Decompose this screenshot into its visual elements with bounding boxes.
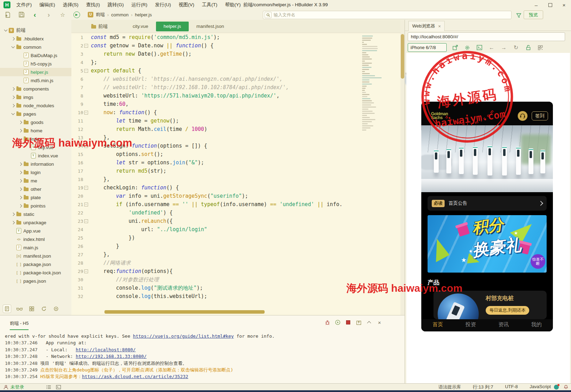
line-number[interactable]: 2 <box>71 43 83 48</box>
tree-item[interactable]: VApp.vue <box>0 227 71 235</box>
tree-item[interactable]: unpackage <box>0 218 71 227</box>
menu-item[interactable]: 选择(S) <box>60 1 81 9</box>
chevron-right-icon[interactable] <box>17 171 23 174</box>
code-line[interactable]: 6 // websiteUrl: 'https://ai.hansengzn.c… <box>71 75 361 83</box>
chevron-down-icon[interactable] <box>3 30 8 31</box>
status-item[interactable]: 语法提示库 <box>438 384 461 390</box>
console-link[interactable]: https://vuejs.org/guide/list.html#key <box>133 334 234 339</box>
chevron-right-icon[interactable] <box>17 121 23 124</box>
line-number[interactable]: 6 <box>71 77 83 82</box>
promo-banner[interactable]: ★ ★ ★ ★ 积分 换豪礼 惊喜不断 <box>428 215 547 273</box>
code-line[interactable]: 20 var info = uni.getStorageSync("userin… <box>71 192 361 200</box>
code-line[interactable]: 29– req:function(options){ <box>71 267 361 275</box>
line-number[interactable]: 18 <box>71 177 83 182</box>
code-line[interactable]: 15 options.sort(); <box>71 150 361 158</box>
tree-item[interactable]: .hbuilderx <box>0 34 71 43</box>
fold-marker-icon[interactable]: – <box>84 69 88 73</box>
chevron-right-icon[interactable] <box>10 104 16 107</box>
collapse-panel-icon[interactable] <box>366 319 373 326</box>
code-line[interactable]: 9 time:60, <box>71 100 361 108</box>
forward-icon[interactable]: › <box>45 11 53 18</box>
notice-bar[interactable]: 必读 首页公告 <box>428 196 547 211</box>
chevron-right-icon[interactable] <box>17 205 23 207</box>
code-line[interactable]: 1const md5 = require('common/md5.min.js'… <box>71 33 361 41</box>
code-line[interactable]: 22 'undefined') { <box>71 209 361 217</box>
code-area[interactable]: 1const md5 = require('common/md5.min.js'… <box>71 33 361 310</box>
line-number[interactable]: 12 <box>71 127 83 132</box>
line-number[interactable]: 29 <box>71 269 83 274</box>
fold-column[interactable]: – <box>83 44 89 48</box>
tree-item[interactable]: imgs <box>0 93 71 101</box>
line-number[interactable]: 7 <box>71 85 83 90</box>
bell-icon[interactable] <box>564 384 568 390</box>
browser-tab[interactable]: Web浏览器 × <box>408 21 445 31</box>
fold-column[interactable]: – <box>83 269 89 273</box>
code-line[interactable]: 12 return Math.ceil(time / 1000) <box>71 125 361 133</box>
console-link[interactable]: http://192.168.31.33:8080/ <box>76 354 147 359</box>
run-icon[interactable]: ▶ <box>72 11 81 18</box>
line-number[interactable]: 21 <box>71 202 83 207</box>
tree-item[interactable]: JBaiDuMap.js <box>0 51 71 60</box>
chevron-right-icon[interactable] <box>10 38 16 40</box>
tree-item[interactable]: [o]manifest.json <box>0 252 71 260</box>
console-log-line[interactable]: ered with v-for should have explicit key… <box>5 333 401 339</box>
line-number[interactable]: 26 <box>71 244 83 249</box>
fold-marker-icon[interactable]: – <box>84 203 88 206</box>
tree-item[interactable]: [ ]package-lock.json <box>0 268 71 277</box>
line-number[interactable]: 3 <box>71 52 83 57</box>
chevron-right-icon[interactable] <box>17 180 23 182</box>
url-input[interactable] <box>408 32 565 41</box>
menu-item[interactable]: 文件(F) <box>13 1 35 9</box>
line-number[interactable]: 16 <box>71 160 83 165</box>
code-line[interactable]: 24 url: "../login/login" <box>71 225 361 234</box>
editor-tab[interactable]: helper.js <box>156 22 189 31</box>
console-link[interactable]: https://ask.dcloud.net.cn/article/35232 <box>82 374 188 379</box>
code-line[interactable]: 25 }) <box>71 234 361 242</box>
tree-item[interactable]: [ ]package.json <box>0 260 71 268</box>
stop-icon[interactable] <box>345 319 352 326</box>
tree-item[interactable]: goods <box>0 118 71 126</box>
code-line[interactable]: 16 let str = options.join("&"); <box>71 158 361 167</box>
tree-item[interactable]: home <box>0 126 71 135</box>
menu-item[interactable]: 查找(I) <box>83 1 103 9</box>
device-select[interactable]: iPhone 6/7/8▼ <box>408 43 447 52</box>
code-line[interactable]: 26 } <box>71 242 361 250</box>
line-number[interactable]: 10 <box>71 110 83 115</box>
tree-item[interactable]: node_modules <box>0 101 71 110</box>
chevron-right-icon[interactable] <box>17 196 23 199</box>
fold-column[interactable]: – <box>83 219 89 223</box>
nav-item-2[interactable]: 投资 <box>454 319 487 331</box>
chevron-down-icon[interactable] <box>10 46 16 48</box>
new-file-icon[interactable] <box>3 11 12 18</box>
chevron-right-icon[interactable] <box>10 96 16 99</box>
save-icon[interactable] <box>17 11 26 18</box>
line-number[interactable]: 5 <box>71 68 83 73</box>
code-line[interactable]: 11 let time = getnow(); <box>71 117 361 125</box>
tree-item[interactable]: login <box>0 168 71 177</box>
code-line[interactable]: 27 }, <box>71 250 361 259</box>
back-icon[interactable]: ‹ <box>31 11 39 18</box>
line-number[interactable]: 17 <box>71 168 83 174</box>
vertical-scrollbar[interactable] <box>400 20 405 315</box>
line-number[interactable]: 4 <box>71 60 83 65</box>
glasses-icon[interactable] <box>16 305 23 313</box>
structure-icon[interactable] <box>28 305 36 313</box>
console-log-line[interactable]: 10:30:37.249 点击控制台右上角debug图标（虫子），可开启断点调试… <box>5 367 401 373</box>
tree-item[interactable]: information <box>0 160 71 168</box>
clear-console-icon[interactable]: × <box>376 319 383 326</box>
tree-item[interactable]: <>index.html <box>0 235 71 243</box>
signin-button[interactable]: 签到 <box>532 111 548 120</box>
tree-item[interactable]: U前端 <box>0 26 71 34</box>
tree-item[interactable]: Vindex.vue <box>0 151 71 160</box>
line-number[interactable]: 28 <box>71 260 83 266</box>
line-number[interactable]: 31 <box>71 285 83 291</box>
editor-tab[interactable]: 前端 <box>84 22 115 31</box>
close-button[interactable]: × <box>557 2 571 8</box>
code-line[interactable]: 5–export default { <box>71 66 361 75</box>
breadcrumb-item[interactable]: common <box>111 12 128 17</box>
line-number[interactable]: 1 <box>71 35 83 40</box>
search-scope-icon[interactable] <box>265 12 272 18</box>
file-search-input[interactable]: 输入文件名 <box>263 11 511 19</box>
line-number[interactable]: 9 <box>71 102 83 107</box>
code-line[interactable]: 31 console.log("测试请求的地址"); <box>71 284 361 292</box>
